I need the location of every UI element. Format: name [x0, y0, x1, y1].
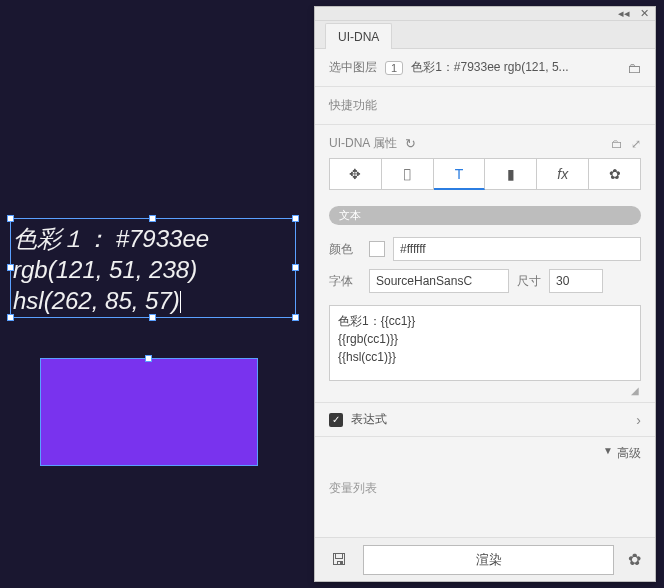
panel-tabbar: UI-DNA: [315, 21, 655, 49]
collapse-icon[interactable]: ◂◂: [618, 7, 630, 20]
file-icon[interactable]: ▮: [485, 158, 537, 190]
content-textarea[interactable]: [329, 305, 641, 381]
tab-ui-dna[interactable]: UI-DNA: [325, 23, 392, 49]
handle-bot-mid[interactable]: [149, 314, 156, 321]
handle-top-left[interactable]: [7, 215, 14, 222]
chevron-right-icon[interactable]: ›: [636, 412, 641, 428]
save-icon[interactable]: 🖫: [329, 551, 349, 569]
rect-layer[interactable]: [40, 358, 258, 466]
font-row: 字体 尺寸: [315, 265, 655, 297]
text-line-2: rgb(121, 51, 238): [13, 254, 293, 285]
handle-mid-left[interactable]: [7, 264, 14, 271]
fx-icon[interactable]: fx: [537, 158, 589, 190]
handle-mid-right[interactable]: [292, 264, 299, 271]
props-header: UI-DNA 属性 ↻ 🗀 ⤢: [315, 125, 655, 158]
handle-bot-right[interactable]: [292, 314, 299, 321]
ui-dna-panel: ◂◂ ✕ UI-DNA 选中图层 1 色彩1：#7933ee rgb(121, …: [314, 6, 656, 582]
advanced-label: 高级: [617, 445, 641, 462]
close-icon[interactable]: ✕: [640, 7, 649, 20]
refresh-icon[interactable]: ↻: [405, 136, 416, 151]
handle-bot-left[interactable]: [7, 314, 14, 321]
render-button[interactable]: 渲染: [363, 545, 614, 575]
color-input[interactable]: [393, 237, 641, 261]
variable-list-label: 变量列表: [315, 470, 655, 537]
props-title: UI-DNA 属性: [329, 135, 397, 152]
font-input[interactable]: [369, 269, 509, 293]
selected-label: 选中图层: [329, 59, 377, 76]
color-swatch[interactable]: [369, 241, 385, 257]
gear-icon[interactable]: ✿: [589, 158, 641, 190]
text-pill: 文本: [329, 206, 641, 225]
text-line-1: 色彩１： #7933ee: [13, 223, 293, 254]
property-tabs: ✥ ⌷ T ▮ fx ✿: [315, 158, 655, 202]
folder-icon[interactable]: 🗀: [627, 60, 641, 76]
handle-top-right[interactable]: [292, 215, 299, 222]
expression-checkbox[interactable]: ✓: [329, 413, 343, 427]
expand-icon[interactable]: ⤢: [631, 137, 641, 151]
selected-name: 色彩1：#7933ee rgb(121, 5...: [411, 59, 619, 76]
panel-chrome: ◂◂ ✕: [315, 7, 655, 21]
settings-icon[interactable]: ✿: [628, 550, 641, 569]
text-line-3: hsl(262, 85, 57): [13, 285, 293, 316]
triangle-down-icon: ▼: [603, 445, 613, 462]
color-label: 颜色: [329, 241, 361, 258]
text-icon[interactable]: T: [434, 158, 486, 190]
size-input[interactable]: [549, 269, 603, 293]
panel-footer: 🖫 渲染 ✿: [315, 537, 655, 581]
font-label: 字体: [329, 273, 361, 290]
canvas-area: 色彩１： #7933ee rgb(121, 51, 238) hsl(262, …: [0, 0, 306, 588]
selected-layer-section: 选中图层 1 色彩1：#7933ee rgb(121, 5... 🗀: [315, 49, 655, 87]
size-label: 尺寸: [517, 273, 541, 290]
expression-row[interactable]: ✓ 表达式 ›: [315, 402, 655, 437]
handle-top-mid[interactable]: [149, 215, 156, 222]
expression-label: 表达式: [351, 411, 387, 428]
selected-count: 1: [385, 61, 403, 75]
handle-rect-top[interactable]: [145, 355, 152, 362]
skew-icon[interactable]: ⌷: [382, 158, 434, 190]
text-layer-selection[interactable]: 色彩１： #7933ee rgb(121, 51, 238) hsl(262, …: [10, 218, 296, 318]
advanced-row[interactable]: ▼ 高级: [315, 437, 655, 470]
color-row: 颜色: [315, 233, 655, 265]
quick-functions-label: 快捷功能: [315, 87, 655, 125]
archive-icon[interactable]: 🗀: [611, 137, 623, 151]
text-cursor: [180, 291, 181, 313]
textarea-resize-icon[interactable]: ◢: [315, 385, 655, 402]
move-icon[interactable]: ✥: [329, 158, 382, 190]
